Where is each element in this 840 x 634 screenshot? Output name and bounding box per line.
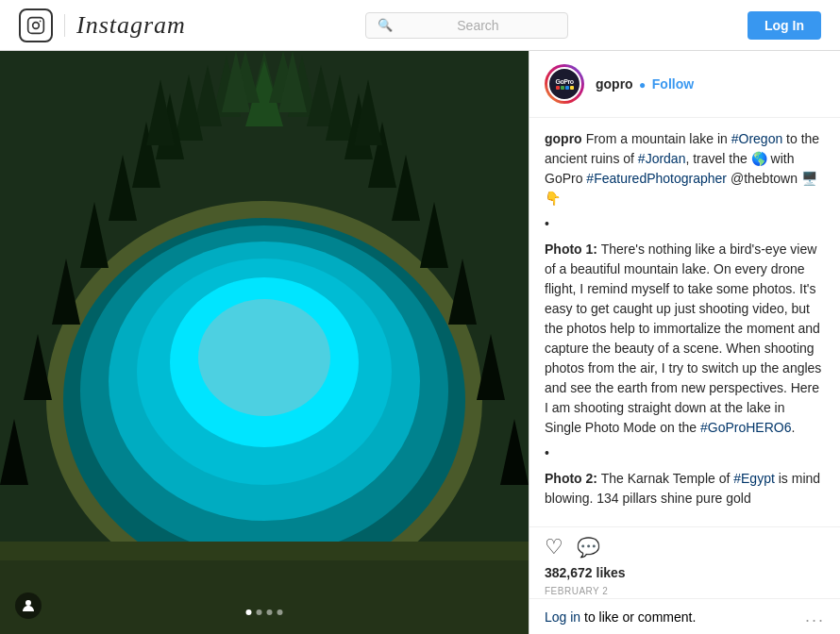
photo1-end: . xyxy=(792,420,796,435)
photo2-text: The Karnak Temple of xyxy=(597,471,733,486)
instagram-wordmark: Instagram xyxy=(76,11,186,40)
bullet-2: • xyxy=(545,443,825,463)
likes-count: 382,672 likes xyxy=(545,565,626,580)
search-icon: 🔍 xyxy=(378,18,393,32)
photo1-label: Photo 1: xyxy=(545,242,597,257)
more-options-button[interactable]: ... xyxy=(805,607,825,626)
comment-prompt: Log in to like or comment. xyxy=(545,609,696,625)
hashtag-oregon[interactable]: #Oregon xyxy=(731,131,782,146)
follow-button[interactable]: Follow xyxy=(652,76,694,92)
verified-badge: ● xyxy=(639,78,646,92)
login-button[interactable]: Log In xyxy=(748,11,821,40)
post-actions: ♡ 💬 xyxy=(529,526,840,563)
hashtag-jordan[interactable]: #Jordan xyxy=(638,151,686,166)
svg-rect-0 xyxy=(28,17,44,33)
caption-paragraph: goproFrom a mountain lake in #Oregon to … xyxy=(545,129,825,209)
main-content: GoPro gopro ● Follow xyxy=(0,51,840,634)
search-area: 🔍 xyxy=(186,12,748,39)
comment-button[interactable]: 💬 xyxy=(577,536,600,559)
photo1-paragraph: Photo 1: There's nothing like a bird's-e… xyxy=(545,240,825,438)
photo1-text: There's nothing like a bird's-eye view o… xyxy=(545,242,821,435)
avatar-ring: GoPro xyxy=(545,64,584,104)
camera-svg xyxy=(26,16,45,35)
date-section: February 2 xyxy=(529,584,840,598)
header-divider xyxy=(64,14,65,37)
photo-scene-svg xyxy=(0,51,529,634)
svg-rect-40 xyxy=(0,560,529,634)
hashtag-gopro[interactable]: #GoProHERO6 xyxy=(700,420,791,435)
dot-1 xyxy=(246,609,252,615)
caption-text-1: From a mountain lake in xyxy=(586,131,731,146)
post-user-info: gopro ● Follow xyxy=(596,75,825,92)
instagram-icon xyxy=(19,8,53,42)
user-silhouette-icon xyxy=(21,598,36,613)
carousel-dots xyxy=(246,609,283,615)
hashtag-featured[interactable]: #FeaturedPhotographer xyxy=(586,171,727,186)
bullet-1: • xyxy=(545,214,825,234)
photo-section xyxy=(0,51,529,634)
svg-point-9 xyxy=(198,299,330,416)
svg-point-1 xyxy=(33,22,40,28)
photo-user-icon xyxy=(15,592,42,619)
hashtag-egypt[interactable]: #Egypt xyxy=(733,471,775,486)
post-username[interactable]: gopro xyxy=(596,76,633,92)
avatar-inner: GoPro xyxy=(547,67,581,101)
gopro-logo: GoPro xyxy=(556,78,574,90)
caption-area: goproFrom a mountain lake in #Oregon to … xyxy=(529,118,840,526)
comment-prompt-text: to like or comment. xyxy=(584,609,696,625)
svg-point-41 xyxy=(25,600,31,606)
dot-2 xyxy=(257,609,262,615)
dot-3 xyxy=(267,609,273,615)
comment-section: Log in to like or comment. ... xyxy=(529,598,840,634)
dot-4 xyxy=(277,609,283,615)
logo-group: Instagram xyxy=(19,8,186,42)
post-header: GoPro gopro ● Follow xyxy=(529,51,840,118)
svg-point-2 xyxy=(40,20,42,22)
right-panel: GoPro gopro ● Follow xyxy=(529,51,840,634)
avatar-wrap: GoPro xyxy=(545,64,584,104)
login-link-text: Log in xyxy=(545,609,580,625)
site-header: Instagram 🔍 Log In xyxy=(0,0,840,51)
login-link[interactable]: Log in xyxy=(545,609,584,625)
caption-username[interactable]: gopro xyxy=(545,131,582,146)
photo2-label: Photo 2: xyxy=(545,471,597,486)
search-box[interactable]: 🔍 xyxy=(365,12,568,39)
likes-section: 382,672 likes xyxy=(529,563,840,584)
photo2-paragraph: Photo 2: The Karnak Temple of #Egypt is … xyxy=(545,469,825,509)
post-date: February 2 xyxy=(545,586,608,596)
like-button[interactable]: ♡ xyxy=(545,535,563,559)
search-input[interactable] xyxy=(400,18,556,33)
